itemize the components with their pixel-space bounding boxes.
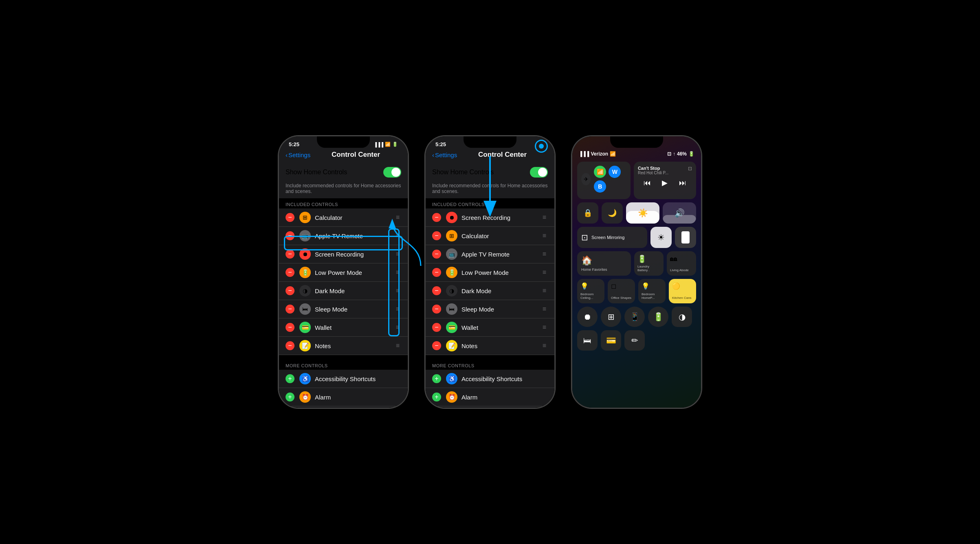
notes-icon: 📝 <box>299 340 311 351</box>
plus-btn-alm2[interactable] <box>432 393 441 401</box>
phone2-toggle[interactable] <box>530 167 548 178</box>
drag-handle[interactable]: ≡ <box>541 212 548 223</box>
drag-handle[interactable]: ≡ <box>541 285 548 296</box>
list-item[interactable]: ◑ Dark Mode ≡ <box>426 282 554 300</box>
list-item[interactable]: 📝 Notes ≡ <box>279 337 408 355</box>
cc-airplane-row[interactable]: ✈ 📶 W B <box>581 166 626 193</box>
cc-home-favorites[interactable]: 🏠 Home Favorites <box>577 251 631 276</box>
cc-sleep-btn[interactable]: 🛏 <box>577 330 598 351</box>
cc-volume-slider[interactable]: 🔊 <box>663 202 696 224</box>
cc-darkmode-btn[interactable]: ◑ <box>672 307 692 327</box>
list-item[interactable]: 🔋 Low Power Mode ≡ <box>426 263 554 282</box>
minus-btn-calculator[interactable] <box>286 213 294 222</box>
list-item[interactable]: 💳 Wallet ≡ <box>426 318 554 337</box>
minus-btn-dm2[interactable] <box>432 286 441 295</box>
drag-handle[interactable]: ≡ <box>541 322 548 333</box>
wifi-toggle-icon[interactable]: W <box>609 166 621 178</box>
plus-btn-alarm[interactable] <box>286 393 294 401</box>
phone1-back[interactable]: ‹ Settings <box>286 151 310 158</box>
minus-btn-wallet[interactable] <box>286 323 294 332</box>
calc2-label: Calculator <box>461 233 541 239</box>
list-item[interactable]: 📺 Apple TV Remote ≡ <box>426 245 554 263</box>
cc-remote-btn[interactable]: 📱 <box>624 307 645 327</box>
list-item[interactable]: ⏺ Screen Recording ≡ <box>426 208 554 227</box>
phone1-included-header: INCLUDED CONTROLS <box>279 199 408 208</box>
drag-handle[interactable]: ≡ <box>394 340 401 351</box>
list-item[interactable]: ♿ Accessibility Shortcuts <box>279 370 408 388</box>
minus-btn-sl2[interactable] <box>432 305 441 314</box>
list-item[interactable]: 📷 Camera <box>279 406 408 408</box>
sr-icon: ⏺ <box>446 212 457 223</box>
cc-wallet-btn[interactable]: 💳 <box>601 330 621 351</box>
forward-icon[interactable]: ⏭ <box>679 179 686 187</box>
minus-btn-wl2[interactable] <box>432 323 441 332</box>
minus-btn-calc2[interactable] <box>432 231 441 240</box>
cc-living-abode[interactable]: 🏘 Living Abode <box>667 251 696 276</box>
rewind-icon[interactable]: ⏮ <box>644 179 651 187</box>
play-icon[interactable]: ▶ <box>662 178 668 187</box>
airplay-music-icon[interactable]: ⊡ <box>688 166 692 171</box>
minus-btn-screenrecording[interactable] <box>286 250 294 259</box>
plus-btn-acc2[interactable] <box>432 374 441 383</box>
cc-notes-btn[interactable]: ✏ <box>624 330 645 351</box>
list-item[interactable]: ⊞ Calculator ≡ <box>426 227 554 245</box>
minus-btn-atv2[interactable] <box>432 250 441 259</box>
cc-bedroom-homep[interactable]: 💡 Bedroom HomeP... <box>638 279 666 303</box>
phone1-toggle-row[interactable]: Show Home Controls <box>279 162 408 182</box>
minus-btn-sleep[interactable] <box>286 305 294 314</box>
phone1-toggle[interactable] <box>383 167 401 178</box>
drag-handle[interactable]: ≡ <box>541 267 548 278</box>
list-item[interactable]: 🛏 Sleep Mode ≡ <box>426 300 554 318</box>
drag-handle[interactable]: ≡ <box>541 249 548 259</box>
list-item[interactable]: ⏰ Alarm <box>426 388 554 406</box>
drag-handle[interactable]: ≡ <box>541 230 548 241</box>
cc-bottom-controls: ⏺ ⊞ 📱 🔋 ◑ 🛏 💳 ✏ <box>577 307 696 351</box>
list-item[interactable]: 📷 Camera <box>426 406 554 408</box>
cc-battery-btn[interactable]: 🔋 <box>648 307 668 327</box>
phone2-toggle-subtitle: Include recommended controls for Home ac… <box>426 183 554 198</box>
cc-mid-row: 🔒 🌙 ☀️ 🔊 <box>577 202 696 224</box>
phone1-back-label[interactable]: Settings <box>288 151 310 158</box>
cc-kitchen-cans[interactable]: 🟡 Kitchen Cans <box>669 279 696 303</box>
cc-music-controls[interactable]: ⏮ ▶ ⏭ <box>638 178 692 187</box>
cc-status-bar: ▐▐▐ Verizon 📶 ⊡ ↑ 46% 🔋 <box>577 151 696 157</box>
cc-top-row: ✈ 📶 W B <box>577 162 696 199</box>
accessibility-icon: ♿ <box>299 373 311 384</box>
sr-label: Screen Recording <box>461 214 541 221</box>
minus-btn-lowpower[interactable] <box>286 268 294 277</box>
list-item[interactable]: 📝 Notes ≡ <box>426 337 554 355</box>
minus-btn-sr[interactable] <box>432 213 441 222</box>
drag-handle[interactable]: ≡ <box>541 340 548 351</box>
cc-screen-rec-btn[interactable]: ⏺ <box>577 307 598 327</box>
cc-screen-mirroring[interactable]: ⊡ Screen Mirroring <box>577 227 647 248</box>
minus-btn-darkmode[interactable] <box>286 286 294 295</box>
cc-music-title: Can't Stop <box>638 166 668 171</box>
cc-dark-mode[interactable]: 🌙 <box>602 202 623 224</box>
cc-laundry-battery[interactable]: 🔋 Laundry Battery . <box>634 251 664 276</box>
phone2-nav-title: Control Center <box>457 151 548 159</box>
cc-calc-btn[interactable]: ⊞ <box>601 307 621 327</box>
phone2-more-header: MORE CONTROLS <box>426 360 554 370</box>
phone1-more-list: ♿ Accessibility Shortcuts ⏰ Alarm 📷 <box>279 370 408 408</box>
kitchen-cans-icon: 🟡 <box>672 282 693 290</box>
list-item[interactable]: ♿ Accessibility Shortcuts <box>426 370 554 388</box>
plus-btn-accessibility[interactable] <box>286 374 294 383</box>
phone2-toggle-row[interactable]: Show Home Controls <box>426 162 554 182</box>
minus-btn-lp2[interactable] <box>432 268 441 277</box>
drag-handle[interactable]: ≡ <box>541 304 548 314</box>
minus-btn-notes[interactable] <box>286 341 294 350</box>
cc-brightness-slider[interactable]: ☀️ <box>626 202 659 224</box>
cc-office-shapes[interactable]: ◻ Office Shapes <box>608 279 635 303</box>
phone1-toggle-subtitle: Include recommended controls for Home ac… <box>279 183 408 198</box>
cc-bedroom-ceiling[interactable]: 💡 Bedroom Ceiling... <box>577 279 604 303</box>
cc-screen-lock[interactable]: 🔒 <box>577 202 598 224</box>
bedroom-homep-icon: 💡 <box>642 282 662 290</box>
phone2-back-label[interactable]: Settings <box>435 151 457 158</box>
cellular-icon[interactable]: 📶 <box>594 166 606 178</box>
list-item[interactable]: ⏰ Alarm <box>279 388 408 406</box>
cc-battery-pct: 46% <box>677 151 687 157</box>
bluetooth-icon[interactable]: B <box>594 180 606 193</box>
minus-btn-nt2[interactable] <box>432 341 441 350</box>
nt2-icon: 📝 <box>446 340 457 351</box>
phone2-back[interactable]: ‹ Settings <box>432 151 457 158</box>
